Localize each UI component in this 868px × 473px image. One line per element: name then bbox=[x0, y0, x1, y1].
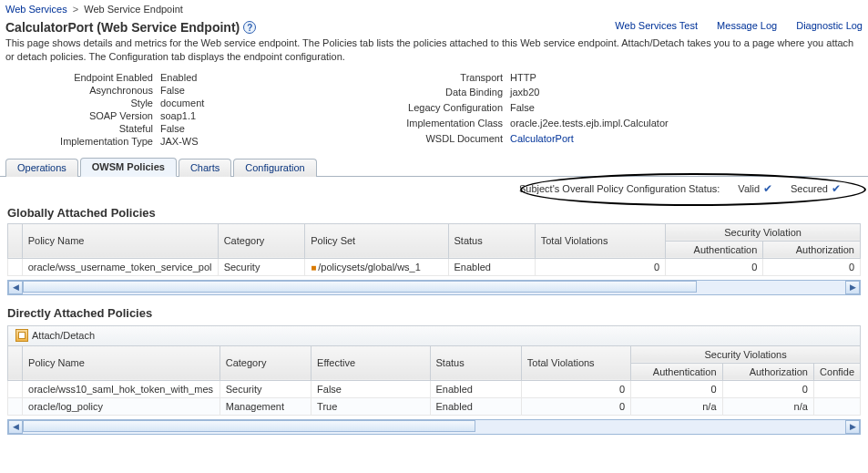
cell-confidentiality bbox=[813, 380, 860, 397]
policy-status-row: Subject's Overall Policy Configuration S… bbox=[0, 177, 868, 204]
tab-configuration[interactable]: Configuration bbox=[233, 159, 316, 177]
policy-set-icon: ■ bbox=[311, 262, 316, 272]
scroll-track[interactable] bbox=[23, 420, 845, 434]
col-icon bbox=[8, 223, 23, 258]
prop-value-legacy-config: False bbox=[510, 101, 863, 117]
prop-value-stateful: False bbox=[160, 122, 383, 135]
tab-owsm-policies[interactable]: OWSM Policies bbox=[80, 158, 177, 177]
col-policy-name[interactable]: Policy Name bbox=[23, 345, 220, 380]
prop-label-soap-version: SOAP Version bbox=[5, 109, 160, 122]
direct-table-scrollbar[interactable]: ◀ ▶ bbox=[7, 419, 861, 435]
row-icon bbox=[8, 258, 23, 275]
col-status[interactable]: Status bbox=[448, 223, 535, 258]
attach-detach-button[interactable]: Attach/Detach bbox=[12, 328, 98, 343]
cell-status: Enabled bbox=[430, 397, 521, 415]
col-authentication[interactable]: Authentication bbox=[666, 241, 763, 258]
global-table-scrollbar[interactable]: ◀ ▶ bbox=[7, 280, 861, 295]
prop-value-endpoint-enabled: Enabled bbox=[160, 71, 383, 84]
cell-authentication: n/a bbox=[631, 397, 722, 415]
cell-category: Management bbox=[220, 397, 311, 415]
cell-status: Enabled bbox=[430, 380, 521, 397]
cell-policy-name: oracle/log_policy bbox=[23, 397, 220, 415]
direct-policies-toolbar: Attach/Detach bbox=[7, 325, 861, 345]
section-title-global: Globally Attached Policies bbox=[0, 204, 868, 223]
col-icon bbox=[8, 345, 23, 380]
col-status[interactable]: Status bbox=[430, 345, 521, 380]
prop-value-impl-class: oracle.j2ee.tests.ejb.impl.Calculator bbox=[510, 117, 863, 132]
cell-effective: True bbox=[311, 397, 430, 415]
cell-authentication: 0 bbox=[666, 258, 763, 275]
scroll-right-icon[interactable]: ▶ bbox=[845, 281, 860, 294]
col-policy-set[interactable]: Policy Set bbox=[305, 223, 448, 258]
col-authorization[interactable]: Authorization bbox=[763, 241, 861, 258]
help-icon[interactable]: ? bbox=[243, 21, 256, 34]
scroll-left-icon[interactable]: ◀ bbox=[8, 420, 23, 434]
cell-total-violations: 0 bbox=[535, 258, 665, 275]
prop-label-impl-type: Implementation Type bbox=[5, 135, 160, 148]
scroll-right-icon[interactable]: ▶ bbox=[845, 420, 860, 434]
properties-left: Endpoint EnabledEnabled AsynchronousFals… bbox=[5, 71, 383, 148]
prop-label-stateful: Stateful bbox=[5, 122, 160, 135]
prop-label-legacy-config: Legacy Configuration bbox=[383, 101, 510, 117]
col-security-violation-group: Security Violation bbox=[666, 223, 861, 241]
table-row[interactable]: oracle/log_policy Management True Enable… bbox=[8, 397, 861, 415]
section-title-direct: Directly Attached Policies bbox=[0, 304, 868, 324]
prop-value-impl-type: JAX-WS bbox=[160, 135, 383, 148]
cell-authorization: 0 bbox=[763, 258, 861, 275]
col-authentication[interactable]: Authentication bbox=[631, 363, 722, 380]
attach-detach-icon bbox=[15, 329, 28, 342]
diagnostic-log-link[interactable]: Diagnostic Log bbox=[796, 20, 863, 31]
page-actions: Web Services Test Message Log Diagnostic… bbox=[598, 20, 863, 31]
cell-policy-name: oracle/wss10_saml_hok_token_with_mes bbox=[23, 380, 220, 397]
policy-status-valid-text: Valid bbox=[738, 183, 760, 194]
cell-effective: False bbox=[311, 380, 430, 397]
tab-charts[interactable]: Charts bbox=[179, 159, 231, 177]
policy-status-label: Subject's Overall Policy Configuration S… bbox=[519, 183, 720, 194]
col-effective[interactable]: Effective bbox=[311, 345, 430, 380]
breadcrumb-root[interactable]: Web Services bbox=[5, 4, 67, 15]
breadcrumb: Web Services > Web Service Endpoint bbox=[0, 0, 868, 18]
scroll-left-icon[interactable]: ◀ bbox=[8, 281, 23, 294]
row-icon bbox=[8, 397, 23, 415]
prop-value-data-binding: jaxb20 bbox=[510, 86, 863, 101]
prop-label-transport: Transport bbox=[383, 71, 510, 87]
col-category[interactable]: Category bbox=[218, 223, 305, 258]
scroll-thumb[interactable] bbox=[23, 281, 697, 293]
page-title: CalculatorPort (Web Service Endpoint) ? bbox=[5, 20, 256, 35]
table-row[interactable]: oracle/wss10_saml_hok_token_with_mes Sec… bbox=[8, 380, 861, 397]
breadcrumb-separator: > bbox=[73, 4, 78, 15]
cell-authorization: n/a bbox=[722, 397, 813, 415]
col-total-violations[interactable]: Total Violations bbox=[535, 223, 665, 258]
cell-status: Enabled bbox=[448, 258, 535, 275]
webservices-test-link[interactable]: Web Services Test bbox=[615, 20, 698, 31]
cell-total-violations: 0 bbox=[521, 380, 630, 397]
prop-label-asynchronous: Asynchronous bbox=[5, 84, 160, 97]
scroll-track[interactable] bbox=[23, 281, 845, 294]
col-confidentiality[interactable]: Confide bbox=[813, 363, 860, 380]
col-total-violations[interactable]: Total Violations bbox=[521, 345, 630, 380]
col-security-violations-group: Security Violations bbox=[631, 345, 861, 363]
properties-panel: Endpoint EnabledEnabled AsynchronousFals… bbox=[0, 71, 868, 153]
wsdl-document-link[interactable]: CalculatorPort bbox=[510, 133, 574, 144]
col-authorization[interactable]: Authorization bbox=[722, 363, 813, 380]
col-category[interactable]: Category bbox=[220, 345, 311, 380]
col-policy-name[interactable]: Policy Name bbox=[22, 223, 218, 258]
prop-label-wsdl-document: WSDL Document bbox=[383, 132, 510, 148]
cell-category: Security bbox=[220, 380, 311, 397]
cell-confidentiality bbox=[813, 397, 860, 415]
prop-value-soap-version: soap1.1 bbox=[160, 109, 383, 122]
check-icon: ✔ bbox=[763, 182, 772, 195]
prop-value-transport: HTTP bbox=[510, 71, 863, 87]
cell-category: Security bbox=[218, 258, 305, 275]
prop-label-impl-class: Implementation Class bbox=[383, 117, 510, 132]
breadcrumb-current: Web Service Endpoint bbox=[84, 4, 183, 15]
prop-value-asynchronous: False bbox=[160, 84, 383, 97]
table-row[interactable]: oracle/wss_username_token_service_pol Se… bbox=[8, 258, 861, 275]
scroll-thumb[interactable] bbox=[23, 420, 475, 432]
properties-right: TransportHTTP Data Bindingjaxb20 Legacy … bbox=[383, 71, 863, 148]
cell-authentication: 0 bbox=[631, 380, 722, 397]
prop-value-style: document bbox=[160, 97, 383, 109]
message-log-link[interactable]: Message Log bbox=[717, 20, 777, 31]
tab-operations[interactable]: Operations bbox=[5, 159, 78, 177]
cell-policy-set-text: /policysets/global/ws_1 bbox=[318, 262, 421, 272]
